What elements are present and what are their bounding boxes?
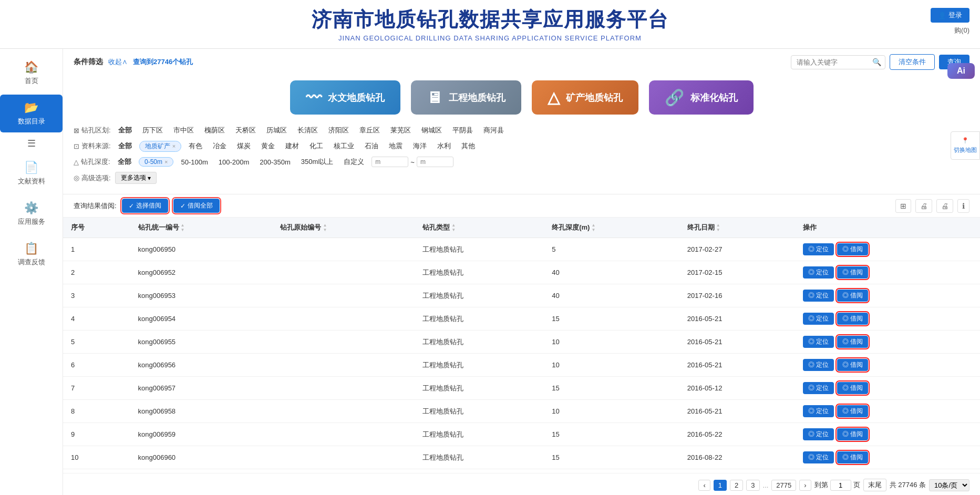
browse-row-button[interactable]: ◎ 借阅	[837, 313, 868, 325]
source-option-jiancai[interactable]: 建材	[282, 140, 302, 152]
locate-button[interactable]: ◎ 定位	[803, 451, 834, 463]
th-unified-id[interactable]: 钻孔统一编号▲▼	[130, 218, 273, 238]
locate-button[interactable]: ◎ 定位	[803, 313, 834, 325]
locate-button[interactable]: ◎ 定位	[803, 290, 834, 302]
th-date[interactable]: 终孔日期▲▼	[679, 218, 795, 238]
page-button-1[interactable]: 1	[714, 480, 727, 491]
th-depth[interactable]: 终孔深度(m)▲▼	[544, 218, 679, 238]
grid-view-button[interactable]: ⊞	[895, 199, 911, 213]
zone-option-jiyang[interactable]: 济阳区	[325, 125, 352, 136]
type-card-standard[interactable]: 🔗 标准化钻孔	[649, 80, 754, 115]
clear-conditions-button[interactable]: 清空条件	[890, 54, 935, 70]
page-button-3[interactable]: 3	[746, 480, 759, 491]
ai-button[interactable]: Ai	[947, 63, 975, 79]
source-option-huangjin[interactable]: 黄金	[258, 140, 278, 152]
goto-input[interactable]	[830, 480, 851, 491]
locate-button[interactable]: ◎ 定位	[803, 266, 834, 279]
browse-row-button[interactable]: ◎ 借阅	[837, 266, 868, 279]
browse-row-button[interactable]: ◎ 借阅	[837, 382, 868, 394]
locate-button[interactable]: ◎ 定位	[803, 428, 834, 440]
sidebar-item-app-service[interactable]: ⚙️ 应用服务	[0, 195, 63, 233]
source-option-dizhen[interactable]: 地震	[386, 140, 406, 152]
source-tag-geology[interactable]: 地质矿产 ×	[139, 141, 181, 152]
source-option-haiyang[interactable]: 海洋	[410, 140, 430, 152]
locate-button[interactable]: ◎ 定位	[803, 405, 834, 417]
source-option-qita[interactable]: 其他	[458, 140, 478, 152]
sidebar-item-home[interactable]: 🏠 首页	[0, 54, 63, 92]
th-orig-id[interactable]: 钻孔原始编号▲▼	[272, 218, 415, 238]
locate-button[interactable]: ◎ 定位	[803, 359, 834, 371]
end-page-button[interactable]: 末尾	[863, 479, 886, 491]
result-header: 查询结果借阅: ✓ 选择借阅 ✓ 借阅全部 ⊞ 🖨 🖨 ℹ	[63, 194, 980, 218]
collapse-button[interactable]: 收起∧	[108, 57, 128, 67]
source-option-huagong[interactable]: 化工	[306, 140, 326, 152]
zone-option-changqing[interactable]: 长清区	[294, 125, 321, 136]
zone-option-tianqiao[interactable]: 天桥区	[232, 125, 259, 136]
depth-option-350plus[interactable]: 350ml以上	[298, 156, 336, 168]
depth-option-custom[interactable]: 自定义	[341, 156, 367, 168]
select-browse-button[interactable]: ✓ 选择借阅	[122, 199, 168, 213]
more-options-button[interactable]: 更多选项 ▾	[115, 172, 157, 184]
zone-option-licheng[interactable]: 历城区	[263, 125, 290, 136]
browse-row-button[interactable]: ◎ 借阅	[837, 243, 868, 255]
source-option-meitan[interactable]: 煤炭	[234, 140, 254, 152]
sidebar-label-app-service: 应用服务	[18, 217, 45, 226]
browse-row-button[interactable]: ◎ 借阅	[837, 451, 868, 463]
sidebar-item-feedback[interactable]: 📋 调查反馈	[0, 235, 63, 273]
page-size-select[interactable]: 10条/页 20条/页 50条/页	[929, 479, 969, 491]
next-page-button[interactable]: ›	[799, 480, 811, 491]
source-option-shuili[interactable]: 水利	[434, 140, 454, 152]
source-option-shiyou[interactable]: 石油	[362, 140, 381, 152]
browse-row-button[interactable]: ◎ 借阅	[837, 405, 868, 417]
data-table: 序号 钻孔统一编号▲▼ 钻孔原始编号▲▼ 钻孔类型▲▼ 终孔深度(m)▲▼ 终孔…	[63, 218, 980, 469]
depth-max-input[interactable]	[417, 157, 453, 167]
cell-no: 4	[63, 307, 130, 331]
depth-option-100200[interactable]: 100-200m	[215, 157, 253, 167]
search-input[interactable]	[791, 55, 885, 69]
browse-all-button[interactable]: ✓ 借阅全部	[173, 199, 220, 213]
sidebar-item-data-catalog[interactable]: 📂 数据目录	[0, 95, 63, 132]
depth-min-input[interactable]	[372, 157, 408, 167]
depth-option-50100[interactable]: 50-100m	[178, 157, 211, 167]
zone-option-shanghe[interactable]: 商河县	[480, 125, 507, 136]
zone-option-shizhong[interactable]: 市中区	[170, 125, 197, 136]
zone-option-all[interactable]: 全部	[115, 125, 135, 136]
locate-button[interactable]: ◎ 定位	[803, 243, 834, 255]
source-option-all[interactable]: 全部	[115, 140, 135, 152]
locate-button[interactable]: ◎ 定位	[803, 336, 834, 348]
cart-icon[interactable]: 购(0)	[954, 26, 969, 35]
zone-option-pingyin[interactable]: 平阴县	[449, 125, 476, 136]
source-option-yejin[interactable]: 冶金	[210, 140, 230, 152]
browse-row-button[interactable]: ◎ 借阅	[837, 336, 868, 348]
zone-option-zhangqiu[interactable]: 章丘区	[356, 125, 383, 136]
type-card-mineral[interactable]: △ 矿产地质钻孔	[532, 80, 638, 115]
type-card-hydro[interactable]: 〰 水文地质钻孔	[290, 80, 400, 115]
source-option-hegongye[interactable]: 核工业	[331, 140, 357, 152]
sidebar-item-literature[interactable]: 📄 文献资料	[0, 154, 63, 192]
browse-row-button[interactable]: ◎ 借阅	[837, 428, 868, 440]
depth-tag-050[interactable]: 0-50m ×	[139, 157, 173, 167]
prev-page-button[interactable]: ‹	[698, 480, 710, 491]
zone-option-gangcheng[interactable]: 钢城区	[418, 125, 445, 136]
info-button[interactable]: ℹ	[957, 199, 969, 213]
login-button[interactable]: 👤 登录	[931, 8, 969, 23]
sidebar-collapse-button[interactable]: ☰	[27, 138, 36, 149]
depth-tag-close[interactable]: ×	[164, 159, 168, 165]
map-sidebar[interactable]: 📍 切换地图	[951, 131, 980, 160]
type-card-engineering[interactable]: 🖥 工程地质钻孔	[411, 80, 521, 115]
zone-option-laiwu[interactable]: 莱芜区	[387, 125, 414, 136]
source-option-youse[interactable]: 有色	[185, 140, 205, 152]
print-button[interactable]: 🖨	[915, 199, 932, 213]
locate-button[interactable]: ◎ 定位	[803, 382, 834, 394]
export-button[interactable]: 🖨	[936, 199, 953, 213]
browse-row-button[interactable]: ◎ 借阅	[837, 290, 868, 302]
depth-option-200350[interactable]: 200-350m	[256, 157, 294, 167]
browse-row-button[interactable]: ◎ 借阅	[837, 359, 868, 371]
th-type[interactable]: 钻孔类型▲▼	[415, 218, 544, 238]
zone-option-huaiyin[interactable]: 槐荫区	[201, 125, 228, 136]
depth-option-all[interactable]: 全部	[115, 156, 135, 168]
zone-option-lixia[interactable]: 历下区	[139, 125, 166, 136]
source-tag-close[interactable]: ×	[172, 143, 176, 149]
page-button-last[interactable]: 2775	[771, 480, 796, 491]
page-button-2[interactable]: 2	[730, 480, 743, 491]
